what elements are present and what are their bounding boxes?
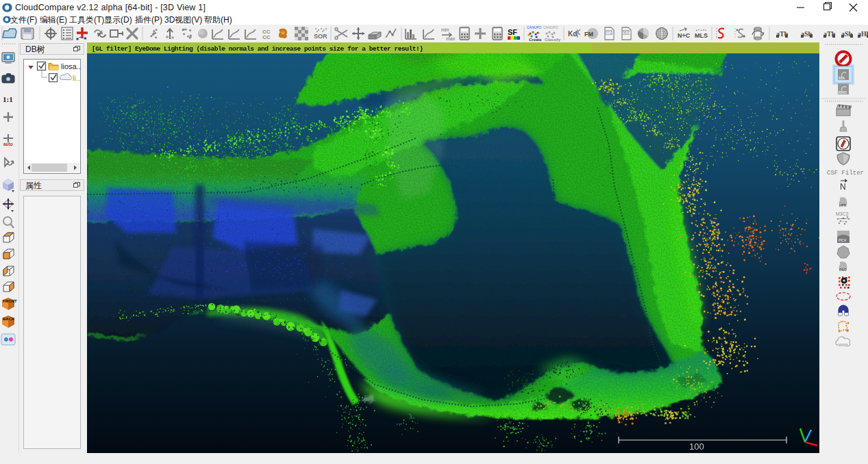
svg-text:PCV: PCV [839,238,847,242]
svg-text:BACK: BACK [3,317,15,321]
svg-text:li...: li... [73,74,80,82]
svg-text:SSAO: SSAO [838,91,847,94]
svg-text:CANUPO: CANUPO [543,25,558,29]
svg-text:CSF Filter: CSF Filter [827,170,864,177]
svg-text:FRONT: FRONT [3,299,17,303]
svg-text:MLS: MLS [695,32,708,39]
svg-text:auto: auto [3,142,13,146]
svg-text:SOR: SOR [314,33,327,40]
svg-text:max: max [446,36,456,41]
svg-text:N+C: N+C [678,32,691,39]
svg-text:FM: FM [584,31,593,38]
svg-text:EDL: EDL [839,76,845,80]
svg-text:Kd: Kd [568,30,577,38]
svg-text:Classify: Classify [545,38,561,42]
svg-text:min: min [441,27,449,32]
svg-text:1:1: 1:1 [3,95,13,103]
svg-text:HPR: HPR [839,203,847,207]
svg-text:R&D: R&D [839,268,847,272]
svg-text:Create: Create [529,38,542,42]
svg-text:BP: BP [606,31,612,35]
svg-text:SF: SF [508,28,517,36]
svg-text:N: N [840,182,846,192]
svg-text:liosa...: liosa... [61,62,80,70]
svg-text:CANUPO: CANUPO [527,25,542,29]
svg-text:M3C2: M3C2 [836,211,849,216]
svg-text:CSV: CSV [623,31,631,35]
svg-text:CC: CC [262,34,271,40]
svg-text:100: 100 [689,441,704,452]
svg-text:[GL filter] EyeDome Lighting (: [GL filter] EyeDome Lighting (disable no… [92,45,423,53]
